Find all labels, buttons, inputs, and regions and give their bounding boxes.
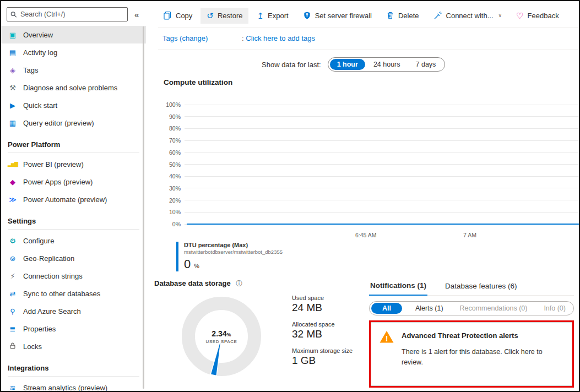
gridline — [185, 152, 579, 153]
lock-icon — [8, 342, 18, 351]
sidebar-item-connection-strings[interactable]: ⚡ Connection strings — [1, 267, 146, 285]
sidebar-item-tags[interactable]: ◈ Tags — [1, 61, 146, 79]
time-range-1-hour[interactable]: 1 hour — [330, 59, 365, 70]
search-box[interactable] — [7, 7, 128, 21]
sidebar-item-label: Properties — [23, 325, 56, 333]
tags-change-link[interactable]: Tags (change) — [162, 34, 208, 42]
stat-label: Maximum storage size — [292, 347, 353, 354]
sidebar-item-locks[interactable]: Locks — [1, 337, 146, 355]
filter-all[interactable]: All — [371, 303, 402, 314]
time-filter-label: Show data for last: — [262, 61, 321, 69]
gridline — [185, 212, 579, 213]
feedback-button[interactable]: ♡ Feedback — [510, 8, 565, 24]
restore-button[interactable]: ↺ Restore — [200, 8, 248, 24]
restore-button-label: Restore — [218, 12, 243, 20]
sidebar-item-label: Geo-Replication — [23, 254, 74, 263]
info-icon[interactable]: ⓘ — [236, 280, 242, 287]
alert-body: There is 1 alert for this database. Clic… — [402, 347, 562, 368]
gridline — [185, 164, 579, 165]
delete-button-label: Delete — [398, 12, 419, 20]
legend-unit: % — [194, 263, 199, 269]
sidebar-item-power-bi[interactable]: ▂▅▇ Power BI (preview) — [1, 155, 146, 173]
legend-resource-name: mstwitterbotdbserver/mstwitterbot_db2355 — [184, 249, 283, 255]
connect-with-button[interactable]: Connect with... ∨ — [427, 7, 508, 24]
sidebar-item-label: Power Apps (preview) — [23, 178, 93, 186]
sidebar-item-quick-start[interactable]: ▶ Quick start — [1, 96, 146, 114]
filter-alerts[interactable]: Alerts (1) — [412, 303, 447, 313]
search-input[interactable] — [20, 10, 124, 18]
threat-protection-alert-card[interactable]: ! Advanced Threat Protection alerts Ther… — [371, 322, 572, 386]
sidebar-item-label: Diagnose and solve problems — [23, 84, 117, 92]
quick-start-icon: ▶ — [8, 102, 18, 109]
compute-utilization-chart: 100%90%80%70%60%50%40%30%20%10%0% 6:45 A… — [161, 101, 579, 240]
sidebar-item-power-automate[interactable]: ≫ Power Automate (preview) — [1, 190, 146, 208]
gridline-row: 40% — [161, 173, 579, 179]
y-tick-label: 70% — [161, 137, 185, 144]
divider — [158, 28, 579, 28]
sidebar-item-label: Power Automate (preview) — [23, 195, 107, 204]
notifications-panel: Notifications (1) Database features (6) … — [369, 278, 574, 388]
filter-recommendations[interactable]: Recommendations (0) — [457, 303, 531, 313]
feedback-button-label: Feedback — [528, 12, 559, 20]
y-tick-label: 10% — [161, 209, 185, 215]
trash-icon — [386, 11, 394, 20]
set-server-firewall-button-label: Set server firewall — [315, 12, 372, 20]
alert-title: Advanced Threat Protection alerts — [402, 331, 562, 340]
set-server-firewall-button[interactable]: Set server firewall — [297, 7, 378, 24]
sidebar-section-power-platform: Power Platform — [8, 140, 139, 153]
sidebar-item-label: Sync to other databases — [23, 290, 100, 298]
sidebar-item-sync-databases[interactable]: ⇄ Sync to other databases — [1, 285, 146, 302]
stat-value: 1 GB — [292, 355, 353, 367]
chart-legend[interactable]: DTU percentage (Max) mstwitterbotdbserve… — [176, 242, 283, 271]
plug-icon: ⚡ — [8, 273, 18, 280]
gridline — [185, 140, 579, 141]
add-tags-link[interactable]: Click here to add tags — [246, 34, 315, 42]
gridline — [185, 200, 579, 200]
gear-icon: ⚙ — [8, 237, 18, 244]
sidebar-item-power-apps[interactable]: ◆ Power Apps (preview) — [1, 173, 146, 190]
copy-button-label: Copy — [176, 12, 192, 20]
sidebar-item-diagnose[interactable]: ⚒ Diagnose and solve problems — [1, 79, 146, 96]
sidebar-item-query-editor[interactable]: ▦ Query editor (preview) — [1, 114, 146, 132]
export-button[interactable]: ↥ Export — [251, 8, 294, 24]
gridline-row: 10% — [161, 209, 579, 215]
time-range-24-hours[interactable]: 24 hours — [366, 59, 408, 70]
sidebar-item-stream-analytics[interactable]: ≋ Stream analytics (preview) — [1, 379, 146, 391]
tab-notifications[interactable]: Notifications (1) — [369, 278, 427, 296]
azure-portal-window: { "colors": { "accent": "#0078d4", "link… — [0, 0, 580, 392]
tag-icon: ◈ — [8, 67, 18, 74]
sidebar-item-properties[interactable]: ≣ Properties — [1, 320, 146, 337]
dtu-series-line — [187, 224, 579, 225]
delete-button[interactable]: Delete — [380, 7, 425, 24]
sidebar-item-activity-log[interactable]: ▤ Activity log — [1, 43, 146, 61]
tab-database-features[interactable]: Database features (6) — [444, 278, 518, 295]
sidebar: « ▣ Overview ▤ Activity log ◈ Tags ⚒ Dia… — [1, 1, 146, 391]
copy-button[interactable]: Copy — [157, 7, 198, 24]
sidebar-item-configure[interactable]: ⚙ Configure — [1, 232, 146, 249]
y-tick-label: 90% — [161, 113, 185, 120]
sidebar-item-add-azure-search[interactable]: ⚲ Add Azure Search — [1, 302, 146, 320]
sidebar-item-geo-replication[interactable]: ⊚ Geo-Replication — [1, 249, 146, 267]
stat-label: Used space — [292, 295, 353, 301]
database-data-storage-panel: Database data storage ⓘ 2.34% USED SPACE… — [154, 279, 366, 389]
export-icon: ↥ — [257, 12, 264, 20]
gridline — [185, 188, 579, 188]
sidebar-scrollbar[interactable] — [143, 26, 144, 389]
stat-allocated-space: Allocated space 32 MB — [292, 321, 353, 340]
gridline-row: 50% — [161, 161, 579, 168]
overview-icon: ▣ — [8, 31, 18, 39]
magnifier-icon: ⚲ — [8, 308, 18, 315]
sidebar-section-settings: Settings — [8, 217, 139, 230]
time-range-7-days[interactable]: 7 days — [409, 59, 443, 70]
storage-donut-chart: 2.34% USED SPACE — [177, 292, 265, 380]
collapse-sidebar-button[interactable]: « — [132, 10, 141, 19]
filter-info[interactable]: Info (0) — [540, 303, 569, 313]
export-button-label: Export — [268, 12, 289, 20]
x-tick-label: 7 AM — [463, 232, 476, 238]
stat-maximum-storage-size: Maximum storage size 1 GB — [292, 347, 353, 367]
storage-panel-title: Database data storage — [154, 279, 231, 287]
sidebar-item-overview[interactable]: ▣ Overview — [1, 26, 146, 43]
search-icon — [10, 11, 17, 18]
gridline-row: 90% — [161, 113, 579, 120]
power-apps-icon: ◆ — [8, 178, 18, 186]
